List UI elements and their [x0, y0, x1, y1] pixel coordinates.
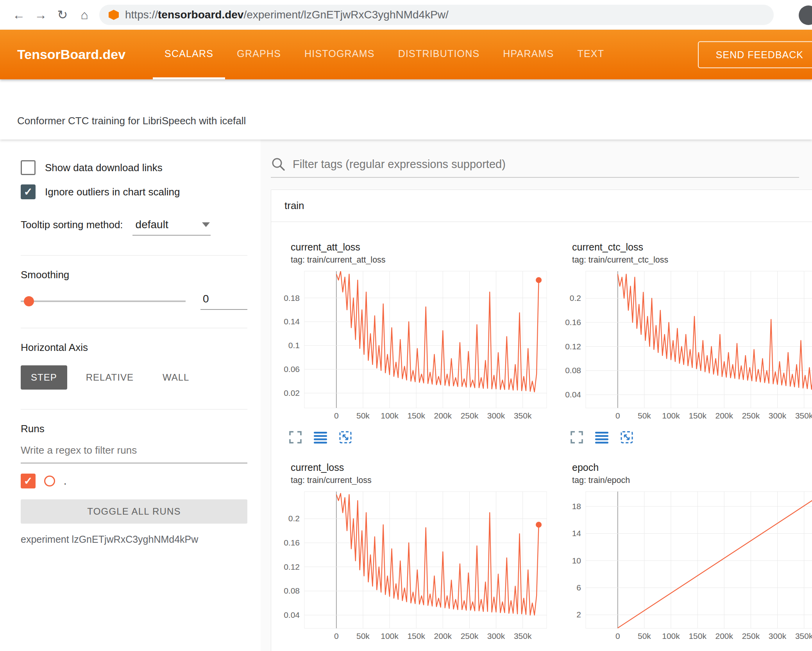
- tag-group-header[interactable]: train: [271, 190, 812, 222]
- browser-chrome: ← → ↻ ⌂ https://tensorboard.dev/experime…: [0, 0, 812, 30]
- svg-text:100k: 100k: [662, 411, 680, 420]
- forward-icon[interactable]: →: [30, 8, 52, 22]
- tooltip-sorting-dropdown[interactable]: default: [132, 218, 211, 236]
- data-series-icon[interactable]: [313, 430, 328, 445]
- svg-text:150k: 150k: [407, 411, 425, 420]
- svg-text:0.06: 0.06: [284, 365, 300, 374]
- svg-text:0.18: 0.18: [284, 293, 300, 302]
- svg-text:350k: 350k: [795, 631, 812, 640]
- chart-canvas-current-att-loss[interactable]: 050k100k150k200k250k300k350k0.020.060.10…: [282, 268, 555, 424]
- svg-text:150k: 150k: [689, 411, 706, 420]
- svg-text:250k: 250k: [742, 411, 760, 420]
- tab-text[interactable]: TEXT: [566, 30, 616, 79]
- send-feedback-button[interactable]: SEND FEEDBACK: [698, 41, 812, 68]
- tag-filter-row: [271, 157, 799, 178]
- smoothing-slider[interactable]: [21, 293, 186, 310]
- svg-text:0.16: 0.16: [284, 538, 300, 547]
- run-row[interactable]: .: [21, 474, 247, 488]
- horizontal-axis-label: Horizontal Axis: [21, 342, 247, 354]
- settings-sidebar: Show data download links Ignore outliers…: [0, 140, 261, 651]
- chart-tag: tag: train/current_loss: [282, 476, 555, 485]
- fit-domain-icon[interactable]: [338, 430, 353, 445]
- profile-avatar[interactable]: [799, 5, 812, 25]
- chart-title: current_att_loss: [282, 241, 555, 253]
- svg-text:0.14: 0.14: [284, 317, 300, 326]
- svg-text:250k: 250k: [461, 631, 479, 640]
- ignore-outliers-checkbox[interactable]: [21, 184, 36, 199]
- haxis-relative-button[interactable]: RELATIVE: [76, 365, 144, 390]
- smoothing-slider-row: [21, 293, 247, 310]
- chart-canvas-current-ctc-loss[interactable]: 050k100k150k200k250k300k350k0.040.080.12…: [563, 268, 812, 424]
- tab-graphs[interactable]: GRAPHS: [225, 30, 293, 79]
- divider: [21, 409, 247, 410]
- chart-title: current_ctc_loss: [563, 241, 812, 253]
- show-download-links-label: Show data download links: [45, 162, 163, 174]
- ignore-outliers-row[interactable]: Ignore outliers in chart scaling: [21, 183, 247, 200]
- chart-tag: tag: train/epoch: [563, 476, 812, 485]
- chart-canvas-epoch[interactable]: 050k100k150k200k250k300k350k26101418: [563, 488, 812, 645]
- slider-thumb[interactable]: [24, 296, 34, 306]
- smoothing-value-input[interactable]: [200, 293, 247, 310]
- divider: [21, 328, 247, 328]
- svg-text:350k: 350k: [514, 631, 532, 640]
- chart-tag: tag: train/current_att_loss: [282, 255, 555, 265]
- chart-canvas-current-loss[interactable]: 050k100k150k200k250k300k350k0.040.080.12…: [282, 488, 555, 645]
- chart-actions: [282, 430, 555, 445]
- svg-text:50k: 50k: [638, 411, 651, 420]
- url-text: https://tensorboard.dev/experiment/lzGnE…: [125, 9, 449, 21]
- svg-text:0.1: 0.1: [288, 341, 300, 350]
- reload-icon[interactable]: ↻: [52, 7, 73, 22]
- tag-group-title: train: [284, 200, 304, 212]
- haxis-step-button[interactable]: STEP: [21, 365, 67, 390]
- tensorboard-favicon-icon: [109, 10, 119, 20]
- svg-text:0.16: 0.16: [565, 318, 581, 327]
- svg-text:100k: 100k: [381, 411, 399, 420]
- chart-actions: [563, 430, 812, 445]
- svg-text:100k: 100k: [662, 631, 680, 640]
- chart-title: epoch: [563, 462, 812, 473]
- expand-chart-icon[interactable]: [288, 430, 303, 445]
- back-icon[interactable]: ←: [8, 8, 30, 22]
- slider-track[interactable]: [21, 300, 186, 302]
- show-download-links-checkbox[interactable]: [21, 160, 36, 175]
- tab-hparams[interactable]: HPARAMS: [491, 30, 565, 79]
- svg-text:10: 10: [572, 556, 581, 565]
- run-name: .: [64, 475, 66, 487]
- svg-text:0: 0: [334, 631, 339, 640]
- haxis-wall-button[interactable]: WALL: [152, 365, 199, 390]
- svg-text:0.04: 0.04: [565, 390, 581, 399]
- fit-domain-icon[interactable]: [619, 430, 634, 445]
- tab-distributions[interactable]: DISTRIBUTIONS: [386, 30, 492, 79]
- svg-text:200k: 200k: [434, 411, 452, 420]
- runs-filter-input[interactable]: [21, 435, 247, 463]
- address-bar[interactable]: https://tensorboard.dev/experiment/lzGnE…: [99, 5, 774, 25]
- svg-text:0.02: 0.02: [284, 388, 300, 397]
- svg-text:0: 0: [334, 411, 339, 420]
- show-download-links-row[interactable]: Show data download links: [21, 159, 247, 176]
- svg-text:150k: 150k: [407, 631, 425, 640]
- svg-text:0.12: 0.12: [284, 562, 300, 571]
- chart-epoch: epoch tag: train/epoch 050k100k150k200k2…: [563, 462, 812, 651]
- toggle-all-runs-button[interactable]: TOGGLE ALL RUNS: [21, 499, 247, 524]
- horizontal-axis-buttons: STEP RELATIVE WALL: [21, 365, 247, 390]
- data-series-icon[interactable]: [594, 430, 609, 445]
- tooltip-sorting-label: Tooltip sorting method:: [21, 219, 123, 231]
- tab-scalars[interactable]: SCALARS: [153, 30, 225, 79]
- divider: [21, 255, 247, 256]
- svg-text:14: 14: [572, 529, 581, 538]
- tooltip-sorting-value: default: [136, 218, 168, 231]
- svg-text:200k: 200k: [715, 411, 733, 420]
- tag-filter-input[interactable]: [293, 158, 799, 171]
- run-checkbox[interactable]: [21, 474, 36, 488]
- svg-text:50k: 50k: [356, 631, 370, 640]
- svg-text:300k: 300k: [769, 631, 787, 640]
- svg-text:200k: 200k: [434, 631, 452, 640]
- tab-histograms[interactable]: HISTOGRAMS: [293, 30, 386, 79]
- search-icon: [271, 157, 286, 172]
- svg-text:350k: 350k: [795, 411, 812, 420]
- chart-current-ctc-loss: current_ctc_loss tag: train/current_ctc_…: [563, 241, 812, 445]
- svg-text:50k: 50k: [356, 411, 370, 420]
- home-icon[interactable]: ⌂: [73, 8, 95, 22]
- expand-chart-icon[interactable]: [569, 430, 584, 445]
- ignore-outliers-label: Ignore outliers in chart scaling: [45, 186, 180, 198]
